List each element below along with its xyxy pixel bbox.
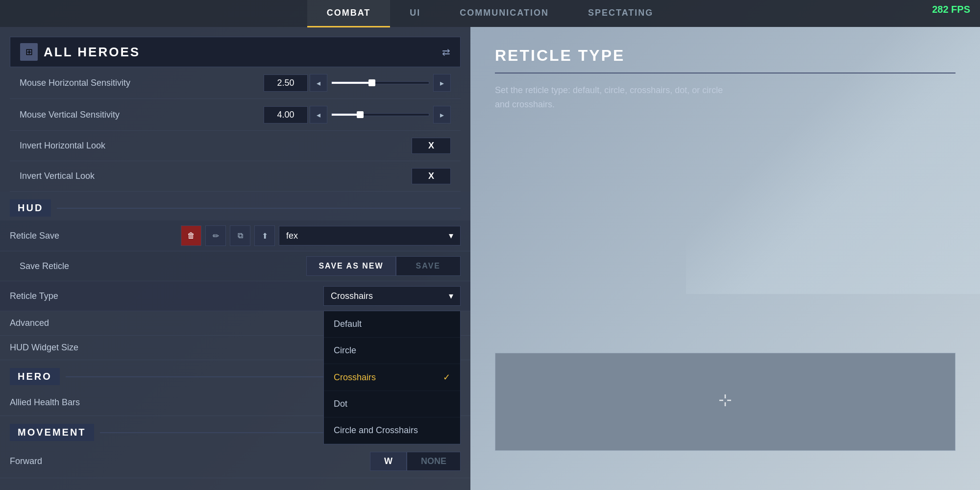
crosshairs-check: ✓ <box>443 372 450 383</box>
tab-combat[interactable]: COMBAT <box>307 0 391 27</box>
hero-selector[interactable]: ⊞ ALL HEROES ⇄ <box>10 37 461 67</box>
slider-row-v: 4.00 ◂ ▸ <box>264 106 451 123</box>
h-slider-fill <box>332 82 370 84</box>
mouse-v-sensitivity-label: Mouse Vertical Sensitivity <box>20 110 264 120</box>
forward-none-btn[interactable]: NONE <box>407 452 461 471</box>
invert-v-label: Invert Vertical Look <box>20 171 412 181</box>
hud-section-header: HUD <box>0 192 470 220</box>
dropdown-crosshairs-label: Crosshairs <box>334 372 376 383</box>
reticle-preview-box <box>495 353 956 451</box>
mouse-h-sensitivity-label: Mouse Horizontal Sensitivity <box>20 78 264 88</box>
dropdown-item-circle-crosshairs[interactable]: Circle and Crosshairs <box>324 417 460 444</box>
reticle-type-dropdown-menu: Default Circle Crosshairs ✓ Dot Circle a… <box>323 311 461 444</box>
reticle-type-value: Crosshairs <box>331 291 373 301</box>
save-reticle-row: Save Reticle SAVE AS NEW SAVE <box>0 251 470 281</box>
v-arrow-right[interactable]: ▸ <box>433 106 451 123</box>
movement-label: MOVEMENT <box>10 424 94 441</box>
mouse-v-sensitivity-row: Mouse Vertical Sensitivity 4.00 ◂ ▸ <box>10 99 461 131</box>
slider-row-h: 2.50 ◂ ▸ <box>264 74 451 92</box>
forward-label: Forward <box>10 456 370 466</box>
save-button[interactable]: SAVE <box>396 256 461 276</box>
tab-ui[interactable]: UI <box>390 0 440 27</box>
hero-label: HERO <box>10 368 60 385</box>
fps-counter: 282 FPS <box>932 4 970 15</box>
reticle-save-row-label: Reticle Save <box>10 231 177 241</box>
dropdown-item-circle[interactable]: Circle <box>324 338 460 364</box>
crosshair-svg <box>715 391 735 410</box>
dropdown-item-default[interactable]: Default <box>324 311 460 338</box>
invert-v-row: Invert Vertical Look X <box>10 161 461 192</box>
crosshair-preview <box>715 391 735 414</box>
v-slider-fill <box>332 114 359 116</box>
right-panel-title: RETICLE TYPE <box>495 47 956 65</box>
mouse-h-value[interactable]: 2.50 <box>264 74 308 92</box>
top-nav: COMBAT UI COMMUNICATION SPECTATING <box>0 0 980 27</box>
settings-content: Mouse Horizontal Sensitivity 2.50 ◂ ▸ Mo… <box>0 67 470 192</box>
dropdown-circle-crosshairs-label: Circle and Crosshairs <box>334 425 418 436</box>
reticle-type-row: Reticle Type Crosshairs ▾ Default Circle… <box>0 281 470 311</box>
reticle-copy-btn[interactable]: ⧉ <box>230 225 250 246</box>
reticle-type-label: Reticle Type <box>10 291 323 301</box>
invert-h-row: Invert Horizontal Look X <box>10 131 461 161</box>
dropdown-dot-label: Dot <box>334 399 347 409</box>
h-slider-track[interactable] <box>331 81 429 84</box>
mouse-h-sensitivity-row: Mouse Horizontal Sensitivity 2.50 ◂ ▸ <box>10 67 461 99</box>
reticle-type-select[interactable]: Crosshairs ▾ <box>323 286 461 306</box>
forward-keys: W NONE <box>370 452 461 471</box>
hero-icon: ⊞ <box>20 43 38 61</box>
dropdown-circle-label: Circle <box>334 345 356 356</box>
v-slider-track[interactable] <box>331 113 429 116</box>
right-panel-divider <box>495 73 956 74</box>
reticle-save-value: fex <box>286 231 298 241</box>
save-reticle-label: Save Reticle <box>20 261 306 271</box>
reticle-save-row: Reticle Save 🗑 ✏ ⧉ ⬆ fex ▾ <box>0 220 470 251</box>
h-arrow-right[interactable]: ▸ <box>433 74 451 92</box>
h-slider-thumb[interactable] <box>368 79 375 86</box>
save-as-new-button[interactable]: SAVE AS NEW <box>306 256 395 276</box>
reticle-delete-btn[interactable]: 🗑 <box>181 225 201 246</box>
forward-row: Forward W NONE <box>0 445 470 478</box>
right-panel: RETICLE TYPE Set the reticle type: defau… <box>470 27 980 490</box>
dropdown-item-dot[interactable]: Dot <box>324 391 460 417</box>
hero-title: ALL HEROES <box>44 45 436 60</box>
reticle-save-chevron: ▾ <box>449 230 453 241</box>
hero-swap-icon[interactable]: ⇄ <box>442 46 450 58</box>
settings-panel: ⊞ ALL HEROES ⇄ Mouse Horizontal Sensitiv… <box>0 27 470 490</box>
v-slider-thumb[interactable] <box>357 111 364 118</box>
hud-section-line <box>57 208 461 209</box>
right-panel-description: Set the reticle type: default, circle, c… <box>495 83 740 112</box>
invert-h-label: Invert Horizontal Look <box>20 141 412 151</box>
dropdown-item-crosshairs[interactable]: Crosshairs ✓ <box>324 364 460 391</box>
main-container: ⊞ ALL HEROES ⇄ Mouse Horizontal Sensitiv… <box>0 27 980 490</box>
reticle-save-dropdown[interactable]: fex ▾ <box>279 226 461 245</box>
v-arrow-left[interactable]: ◂ <box>310 106 327 123</box>
reticle-upload-btn[interactable]: ⬆ <box>254 225 275 246</box>
reticle-edit-btn[interactable]: ✏ <box>205 225 226 246</box>
mouse-v-value[interactable]: 4.00 <box>264 106 308 123</box>
h-arrow-left[interactable]: ◂ <box>310 74 327 92</box>
invert-v-toggle[interactable]: X <box>412 168 451 184</box>
dropdown-default-label: Default <box>334 319 362 329</box>
tab-spectating[interactable]: SPECTATING <box>568 0 673 27</box>
hud-label: HUD <box>10 199 51 217</box>
invert-h-toggle[interactable]: X <box>412 138 451 154</box>
reticle-type-chevron: ▾ <box>449 291 453 301</box>
forward-key-btn[interactable]: W <box>370 452 407 471</box>
tab-communication[interactable]: COMMUNICATION <box>440 0 568 27</box>
